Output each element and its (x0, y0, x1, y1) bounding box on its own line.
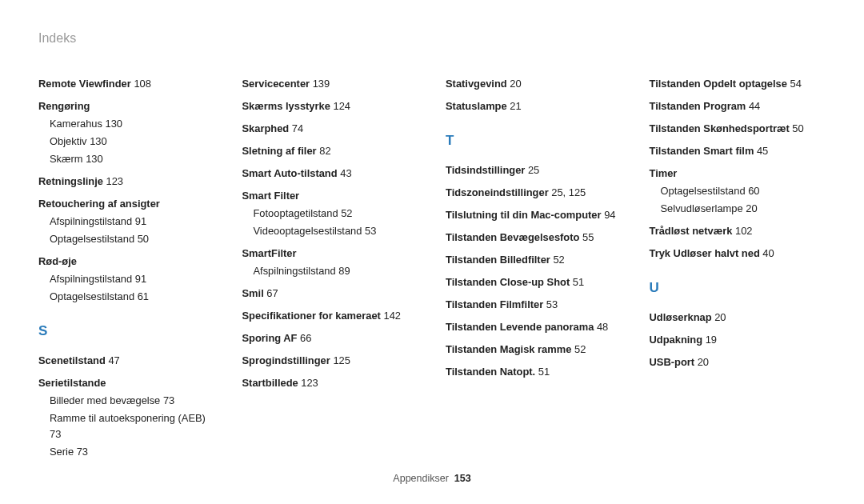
index-entry[interactable]: Tilstanden Program 44 (650, 98, 826, 114)
index-entry[interactable]: Tilstanden Skønhedsportræt 50 (650, 121, 826, 137)
index-subentry[interactable]: Afspilningstilstand 89 (254, 263, 419, 279)
index-term: Retouchering af ansigter (38, 198, 160, 210)
index-letter: T (446, 130, 622, 151)
index-subentry[interactable]: Afspilningstilstand 91 (50, 271, 215, 287)
index-pages: 51 (570, 276, 584, 288)
index-entry[interactable]: Specifikationer for kameraet 142 (242, 308, 419, 324)
index-term: Tilstanden Smart film (650, 145, 754, 157)
index-entry[interactable]: Udløserknap 20 (650, 310, 826, 326)
index-entry[interactable]: Smil 67 (242, 286, 419, 302)
index-entry[interactable]: Rød-øjeAfspilningstilstand 91Optagelsest… (38, 254, 215, 305)
index-term: Tilstanden Natopt. (446, 366, 535, 378)
index-subentry[interactable]: Optagelsestilstand 60 (661, 183, 826, 199)
index-pages: 51 (535, 366, 550, 378)
index-entry[interactable]: Tilslutning til din Mac-computer 94 (446, 207, 622, 223)
index-entry[interactable]: Skarphed 74 (242, 121, 419, 137)
index-pages: 108 (131, 78, 151, 90)
index-pages: 45 (754, 145, 768, 157)
index-subentry[interactable]: Billeder med bevægelse 73 (50, 393, 215, 409)
index-subentry[interactable]: Objektiv 130 (50, 134, 215, 150)
index-entry[interactable]: Tilstanden Smart film 45 (650, 143, 826, 159)
index-entry[interactable]: Tidszoneindstillinger 25, 125 (446, 185, 622, 201)
index-entry[interactable]: Tidsindstillinger 25 (446, 162, 622, 178)
index-entry[interactable]: SerietilstandeBilleder med bevægelse 73R… (38, 375, 215, 460)
index-subentry[interactable]: Serie 73 (50, 444, 215, 460)
index-subentry[interactable]: Optagelsestilstand 61 (50, 289, 215, 305)
index-sub-term: Optagelsestilstand (50, 233, 134, 245)
index-sub-term: Videooptagelsestilstand (254, 225, 362, 237)
index-entry[interactable]: SmartFilterAfspilningstilstand 89 (242, 246, 419, 279)
index-subentry[interactable]: Optagelsestilstand 50 (50, 231, 215, 247)
index-subentry[interactable]: Fotooptagetilstand 52 (254, 206, 419, 222)
index-entry[interactable]: Remote Viewfinder 108 (38, 76, 215, 92)
index-entry[interactable]: Scenetilstand 47 (38, 353, 215, 369)
index-entry[interactable]: Sporing AF 66 (242, 330, 419, 346)
index-pages: 19 (702, 334, 717, 346)
index-entry[interactable]: RengøringKamerahus 130Objektiv 130Skærm … (38, 98, 215, 167)
index-entry[interactable]: USB-port 20 (650, 354, 826, 370)
columns: Remote Viewfinder 108RengøringKamerahus … (38, 76, 826, 466)
index-entry[interactable]: Sprogindstillinger 125 (242, 353, 419, 369)
index-entry[interactable]: Tilstanden Billedfilter 52 (446, 252, 622, 268)
index-entry[interactable]: Smart Auto-tilstand 43 (242, 166, 419, 182)
index-entry[interactable]: Sletning af filer 82 (242, 143, 419, 159)
index-entry[interactable]: TimerOptagelsestilstand 60Selvudløserlam… (650, 166, 826, 217)
index-sub-term: Afspilningstilstand (50, 215, 132, 227)
index-term: Scenetilstand (38, 354, 106, 366)
index-entry[interactable]: Skærms lysstyrke 124 (242, 98, 419, 114)
index-term: Sletning af filer (242, 145, 317, 157)
index-term: Tilstanden Program (650, 100, 746, 112)
index-sub-pages: 53 (362, 225, 376, 237)
index-sub-pages: 130 (87, 135, 107, 147)
index-sub-pages: 52 (338, 207, 353, 219)
index-entry[interactable]: Smart FilterFotooptagetilstand 52Videoop… (242, 188, 419, 239)
index-sub-term: Skærm (50, 153, 83, 165)
index-entry[interactable]: Tilstanden Opdelt optagelse 54 (650, 76, 826, 92)
index-entry[interactable]: Tilstanden Filmfilter 53 (446, 297, 622, 313)
index-subentry[interactable]: Afspilningstilstand 91 (50, 214, 215, 230)
index-term: Tilstanden Close-up Shot (446, 276, 570, 288)
index-entry[interactable]: Startbillede 123 (242, 375, 419, 391)
index-term: Timer (650, 167, 678, 179)
index-subentry[interactable]: Ramme til autoeksponering (AEB) 73 (50, 410, 215, 442)
index-term: Skærms lysstyrke (242, 100, 330, 112)
index-subentry[interactable]: Skærm 130 (50, 151, 215, 167)
index-entry[interactable]: Servicecenter 139 (242, 76, 419, 92)
index-entry[interactable]: Stativgevind 20 (446, 76, 622, 92)
index-sub-term: Objektiv (50, 135, 87, 147)
index-entry[interactable]: Tilstanden Close-up Shot 51 (446, 274, 622, 290)
index-term: Tilstanden Magisk ramme (446, 343, 571, 355)
index-entry[interactable]: Udpakning 19 (650, 332, 826, 348)
index-subentry[interactable]: Selvudløserlampe 20 (661, 201, 826, 217)
page: Indeks Remote Viewfinder 108RengøringKam… (0, 0, 864, 504)
index-term: Serietilstande (38, 377, 106, 389)
index-entry[interactable]: Tilstanden Magisk ramme 52 (446, 342, 622, 358)
index-pages: 52 (550, 254, 565, 266)
index-term: Tilstanden Billedfilter (446, 254, 550, 266)
index-pages: 44 (746, 100, 760, 112)
index-entry[interactable]: Tilstanden Natopt. 51 (446, 364, 622, 380)
index-entry[interactable]: Retningslinje 123 (38, 174, 215, 190)
index-entry[interactable]: Tilstanden Levende panorama 48 (446, 319, 622, 335)
index-entry[interactable]: Tryk Udløser halvt ned 40 (650, 246, 826, 262)
index-sub-pages: 89 (336, 265, 350, 277)
index-entry[interactable]: Trådløst netværk 102 (650, 223, 826, 239)
index-letter: S (38, 321, 215, 342)
index-term: Servicecenter (242, 78, 310, 90)
index-entry[interactable]: Statuslampe 21 (446, 98, 622, 114)
index-subentry[interactable]: Videooptagelsestilstand 53 (254, 223, 419, 239)
index-sub-pages: 73 (50, 428, 61, 440)
index-pages: 139 (310, 78, 330, 90)
index-term: Tilslutning til din Mac-computer (446, 209, 602, 221)
index-pages: 123 (298, 377, 318, 389)
index-term: USB-port (650, 356, 695, 368)
index-sub-term: Afspilningstilstand (50, 273, 132, 285)
index-term: Tidsindstillinger (446, 164, 525, 176)
index-term: Tidszoneindstillinger (446, 186, 549, 198)
index-entry[interactable]: Retouchering af ansigterAfspilningstilst… (38, 196, 215, 247)
index-pages: 25, 125 (549, 186, 586, 198)
index-entry[interactable]: Tilstanden Bevægelsesfoto 55 (446, 230, 622, 246)
index-subentry[interactable]: Kamerahus 130 (50, 116, 215, 132)
index-term: Tilstanden Levende panorama (446, 321, 594, 333)
index-term: Smil (242, 287, 264, 299)
